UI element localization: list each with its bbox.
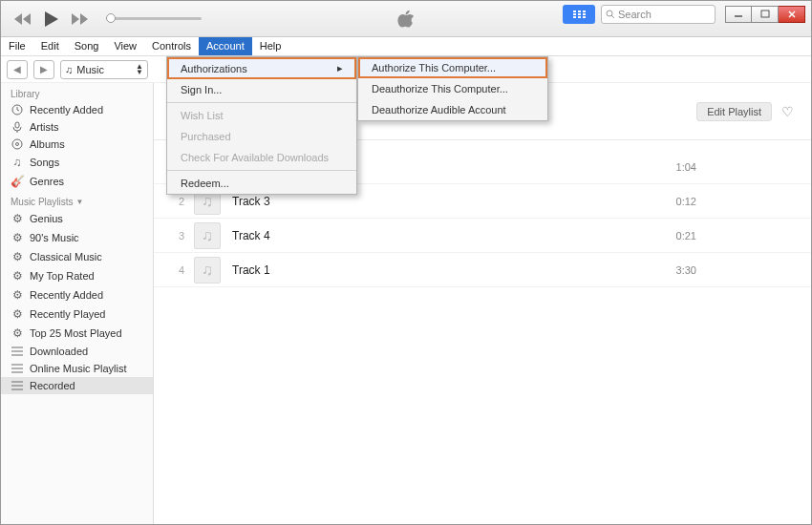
track-duration: 0:12 <box>639 196 696 207</box>
sidebar-item-recorded[interactable]: Recorded <box>1 377 153 394</box>
forward-button[interactable]: ▶ <box>33 60 54 79</box>
chevron-down-icon: ▼ <box>76 198 84 206</box>
sidebar-item-downloaded[interactable]: Downloaded <box>1 343 153 360</box>
edit-playlist-button[interactable]: Edit Playlist <box>696 102 772 121</box>
list-icon <box>11 381 24 390</box>
updown-icon: ▲▼ <box>136 64 143 75</box>
disc-icon <box>11 138 24 150</box>
menu-item-authorizations[interactable]: Authorizations▸ <box>167 57 356 79</box>
gear-icon: ⚙ <box>11 231 24 244</box>
gear-icon: ⚙ <box>11 212 24 225</box>
note-icon: ♫ <box>11 156 24 169</box>
track-name: Track 3 <box>232 195 639 208</box>
menu-controls[interactable]: Controls <box>144 37 199 55</box>
sidebar-item-artists[interactable]: Artists <box>1 118 153 136</box>
sidebar-item-my-top-rated[interactable]: ⚙My Top Rated <box>1 266 153 285</box>
gear-icon: ⚙ <box>11 307 24 321</box>
transport-controls <box>14 11 89 27</box>
maximize-button[interactable] <box>752 6 779 23</box>
menu-item-deauthorize-this-computer-[interactable]: Deauthorize This Computer... <box>358 78 547 99</box>
menu-item-redeem-[interactable]: Redeem... <box>167 173 356 194</box>
sidebar-item-90-s-music[interactable]: ⚙90's Music <box>1 228 153 247</box>
account-menu: Authorizations▸Sign In...Wish ListPurcha… <box>166 56 357 195</box>
menu-account[interactable]: Account <box>199 37 252 55</box>
track-art-icon: ♫ <box>194 222 221 249</box>
menu-help[interactable]: Help <box>252 37 289 55</box>
menu-item-wish-list: Wish List <box>167 105 356 126</box>
sidebar-item-recently-added[interactable]: Recently Added <box>1 101 153 118</box>
track-duration: 1:04 <box>639 161 696 173</box>
authorizations-submenu: Authorize This Computer...Deauthorize Th… <box>357 56 548 121</box>
track-art-icon: ♫ <box>194 257 221 284</box>
menu-item-check-for-available-downloads: Check For Available Downloads <box>167 147 356 168</box>
list-view-button[interactable] <box>563 5 595 24</box>
sidebar-header-library: Library <box>1 83 153 101</box>
menu-item-authorize-this-computer-[interactable]: Authorize This Computer... <box>358 57 547 78</box>
apple-logo-icon <box>397 10 415 29</box>
play-button[interactable] <box>45 11 58 27</box>
gear-icon: ⚙ <box>11 326 24 340</box>
svg-point-11 <box>12 139 22 149</box>
main-area: Library Recently AddedArtistsAlbums♫Song… <box>1 83 811 525</box>
guitar-icon: 🎸 <box>11 175 24 188</box>
menu-item-purchased: Purchased <box>167 126 356 147</box>
track-duration: 0:21 <box>639 230 696 242</box>
sidebar-item-recently-played[interactable]: ⚙Recently Played <box>1 304 153 324</box>
search-input[interactable]: Search <box>601 5 716 24</box>
track-duration: 3:30 <box>639 264 696 276</box>
sidebar-item-genius[interactable]: ⚙Genius <box>1 209 153 228</box>
list-icon <box>11 364 24 373</box>
player-toolbar: Search <box>1 1 811 37</box>
list-icon <box>11 346 24 356</box>
svg-line-8 <box>17 110 19 111</box>
search-placeholder: Search <box>618 9 652 20</box>
sidebar-item-songs[interactable]: ♫Songs <box>1 153 153 172</box>
track-row[interactable]: 3♫Track 40:21 <box>154 219 811 253</box>
menu-bar: FileEditSongViewControlsAccountHelp <box>1 37 811 56</box>
sidebar-item-classical-music[interactable]: ⚙Classical Music <box>1 247 153 266</box>
gear-icon: ⚙ <box>11 288 24 302</box>
back-button[interactable]: ◀ <box>7 60 28 79</box>
sidebar-item-genres[interactable]: 🎸Genres <box>1 172 153 191</box>
menu-item-deauthorize-audible-account[interactable]: Deauthorize Audible Account <box>358 99 547 120</box>
gear-icon: ⚙ <box>11 269 24 283</box>
track-name: Track 1 <box>232 263 639 277</box>
track-number: 2 <box>154 196 194 207</box>
menu-item-sign-in-[interactable]: Sign In... <box>167 79 356 100</box>
window-controls <box>725 6 805 23</box>
library-picker-label: Music <box>76 64 104 75</box>
toolbar-right: Search <box>563 5 805 24</box>
clock-icon <box>11 104 24 116</box>
sidebar: Library Recently AddedArtistsAlbums♫Song… <box>1 83 154 525</box>
volume-knob[interactable] <box>106 13 116 23</box>
svg-rect-3 <box>761 10 769 17</box>
next-track-button[interactable] <box>72 13 89 25</box>
sidebar-item-albums[interactable]: Albums <box>1 136 153 153</box>
sidebar-header-playlists[interactable]: Music Playlists ▼ <box>1 191 153 209</box>
track-number: 3 <box>154 230 194 242</box>
track-number: 4 <box>154 264 194 276</box>
sidebar-item-online-music-playlist[interactable]: Online Music Playlist <box>1 360 153 377</box>
svg-line-1 <box>611 15 614 18</box>
volume-slider[interactable] <box>106 17 202 20</box>
minimize-button[interactable] <box>725 6 752 23</box>
gear-icon: ⚙ <box>11 250 24 263</box>
prev-track-button[interactable] <box>14 13 32 25</box>
favorite-icon[interactable]: ♡ <box>781 104 794 119</box>
sidebar-item-recently-added[interactable]: ⚙Recently Added <box>1 285 153 304</box>
music-note-icon: ♫ <box>65 64 73 75</box>
mic-icon <box>11 121 24 133</box>
track-row[interactable]: 4♫Track 13:30 <box>154 253 811 287</box>
close-button[interactable] <box>779 6 805 23</box>
svg-rect-9 <box>15 122 19 128</box>
submenu-arrow-icon: ▸ <box>337 62 343 74</box>
sidebar-item-top-25-most-played[interactable]: ⚙Top 25 Most Played <box>1 324 153 343</box>
menu-view[interactable]: View <box>106 37 144 55</box>
svg-point-12 <box>16 143 19 146</box>
menu-song[interactable]: Song <box>67 37 107 55</box>
menu-file[interactable]: File <box>1 37 33 55</box>
library-picker[interactable]: ♫ Music ▲▼ <box>60 60 148 79</box>
menu-edit[interactable]: Edit <box>33 37 67 55</box>
track-name: Track 4 <box>232 229 639 242</box>
